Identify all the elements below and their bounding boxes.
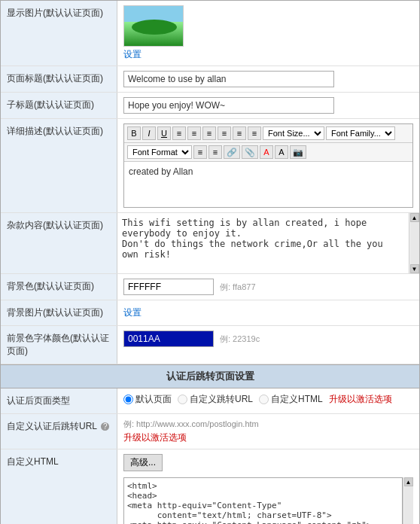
label-description: 详细描述(默认认证页面) [1,119,117,212]
value-bg-color: 例: ffa877 [117,274,419,300]
bg-color-hint: 例: ffa877 [220,282,256,293]
value-bg-image: 设置 [117,300,419,325]
bold-btn[interactable]: B [127,126,141,140]
radio-default-input[interactable] [123,395,133,404]
label-fg-color: 前景色字体颜色(默认认证页面) [1,326,117,364]
image-preview [123,5,184,47]
italic-btn[interactable]: I [142,126,156,140]
bg-color-row: 例: ffa877 [123,279,413,295]
html-editor-textarea[interactable] [123,477,403,524]
radio-default-page[interactable]: 默认页面 [123,393,172,406]
main-container: 显示图片(默认认证页面) 设置 页面标题(默认认证页面) 子标题(默认认证页面)… [0,0,420,524]
bg-color-input[interactable] [123,279,214,295]
font-family-select[interactable]: Font Family... [326,126,395,140]
bg-image-setup-link[interactable]: 设置 [123,306,413,319]
value-custom-html: 高级... ▲ ▼ 升级以激活选项 [117,449,419,524]
value-fg-color: 例: 22319c [117,326,419,364]
row-custom-url: 自定义认证后跳转URL ? 例: http://www.xxx.com/post… [1,414,419,449]
list-ordered-btn[interactable]: ≡ [233,126,246,140]
indent-btn[interactable]: ≡ [208,145,222,159]
extra-content-textarea[interactable] [117,213,409,273]
upgrade-link-page-type[interactable]: 升级以激活选项 [329,393,392,406]
radio-default-label: 默认页面 [135,393,172,406]
value-display-image: 设置 [117,1,419,66]
row-bg-image: 背景图片(默认认证页面) 设置 [1,300,419,326]
image-setup-link[interactable]: 设置 [123,48,413,61]
scrollbar-extra: ▲ ▼ [409,213,419,273]
fg-color-hint: 例: 22319c [220,334,260,345]
value-page-type: 默认页面 自定义跳转URL 自定义HTML 升级以激活选项 [117,388,419,413]
image-insert-btn[interactable]: 📷 [290,145,306,159]
section-header-redirect: 认证后跳转页面设置 [1,364,419,388]
description-editor[interactable]: created by Allan [124,162,412,207]
color-btn[interactable]: A [260,145,273,159]
label-page-type: 认证后页面类型 [1,388,117,413]
font-format-select[interactable]: Font Format [127,145,192,159]
help-icon: ? [101,422,110,431]
toolbar-row-2: Font Format ≡ ≡ 🔗 📎 A A 📷 [124,143,412,162]
align-justify-btn[interactable]: ≡ [218,126,231,140]
row-subtitle: 子标题(默认认证页面) [1,93,419,119]
row-fg-color: 前景色字体颜色(默认认证页面) 例: 22319c [1,326,419,364]
radio-url-input[interactable] [178,395,187,404]
label-bg-image: 背景图片(默认认证页面) [1,300,117,325]
upgrade-link-url[interactable]: 升级以激活选项 [123,432,187,443]
value-subtitle [117,93,419,118]
custom-url-label: 自定义认证后跳转URL [7,421,97,431]
value-extra-content: ▲ ▼ [117,213,419,273]
subtitle-input[interactable] [123,97,334,114]
fg-color-row: 例: 22319c [123,331,413,347]
page-type-radio-group: 默认页面 自定义跳转URL 自定义HTML 升级以激活选项 [123,393,413,406]
value-custom-url: 例: http://www.xxx.com/postlogin.htm 升级以激… [117,414,419,449]
label-page-title: 页面标题(默认认证页面) [1,66,117,92]
label-custom-url: 自定义认证后跳转URL ? [1,414,117,449]
link-btn[interactable]: 🔗 [224,145,240,159]
outdent-btn[interactable]: ≡ [193,145,207,159]
radio-custom-url[interactable]: 自定义跳转URL [178,393,253,406]
highlight-btn[interactable]: A [275,145,288,159]
advanced-btn[interactable]: 高级... [123,454,163,471]
scroll-down-btn[interactable]: ▼ [410,264,419,273]
row-page-type: 认证后页面类型 默认页面 自定义跳转URL 自定义HTML 升级以激活选项 [1,388,419,414]
label-subtitle: 子标题(默认认证页面) [1,93,117,118]
scroll-track [410,222,419,264]
html-scroll-track [404,486,413,524]
label-custom-html: 自定义HTML [1,449,117,524]
value-description: B I U ≡ ≡ ≡ ≡ ≡ ≡ Font Size... Font Fami… [117,119,419,212]
label-extra-content: 杂款内容(默认认证页面) [1,213,117,273]
row-page-title: 页面标题(默认认证页面) [1,66,419,93]
row-description: 详细描述(默认认证页面) B I U ≡ ≡ ≡ ≡ ≡ ≡ Font Size… [1,119,419,213]
align-center-btn[interactable]: ≡ [187,126,201,140]
radio-html-label: 自定义HTML [271,393,323,406]
page-title-input[interactable] [123,71,334,87]
scroll-up-btn[interactable]: ▲ [410,213,419,222]
html-scroll-up-btn[interactable]: ▲ [404,477,413,486]
font-size-select[interactable]: Font Size... [263,126,324,140]
rich-text-toolbar: B I U ≡ ≡ ≡ ≡ ≡ ≡ Font Size... Font Fami… [123,123,413,208]
label-bg-color: 背景色(默认认证页面) [1,274,117,300]
toolbar-row-1: B I U ≡ ≡ ≡ ≡ ≡ ≡ Font Size... Font Fami… [124,124,412,143]
row-bg-color: 背景色(默认认证页面) 例: ffa877 [1,274,419,300]
fg-color-input[interactable] [123,331,214,347]
scrollbar-html: ▲ ▼ [403,477,413,524]
radio-custom-html[interactable]: 自定义HTML [259,393,323,406]
row-custom-html: 自定义HTML 高级... ▲ ▼ 升级以激活选项 [1,449,419,524]
align-left-btn[interactable]: ≡ [172,126,186,140]
underline-btn[interactable]: U [157,126,171,140]
radio-html-input[interactable] [259,395,269,404]
list-unordered-btn[interactable]: ≡ [248,126,261,140]
value-page-title [117,66,419,92]
row-display-image: 显示图片(默认认证页面) 设置 [1,1,419,66]
align-right-btn[interactable]: ≡ [202,126,216,140]
row-extra-content: 杂款内容(默认认证页面) ▲ ▼ [1,213,419,274]
radio-url-label: 自定义跳转URL [190,393,253,406]
url-hint-text: 例: http://www.xxx.com/postlogin.htm [123,419,413,430]
clip-btn[interactable]: 📎 [242,145,258,159]
label-display-image: 显示图片(默认认证页面) [1,1,117,66]
